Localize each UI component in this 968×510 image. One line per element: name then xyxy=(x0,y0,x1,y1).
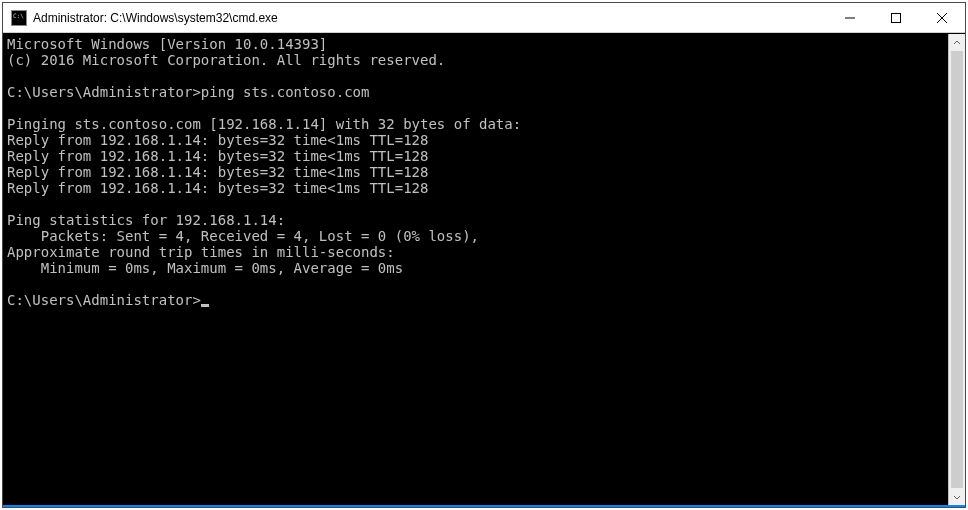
terminal-output[interactable]: Microsoft Windows [Version 10.0.14393](c… xyxy=(3,34,948,505)
terminal-line xyxy=(7,68,944,84)
terminal-line: Ping statistics for 192.168.1.14: xyxy=(7,212,944,228)
titlebar[interactable]: C:\ Administrator: C:\Windows\system32\c… xyxy=(3,3,965,33)
chevron-down-icon xyxy=(953,493,961,501)
minimize-icon xyxy=(845,13,855,23)
close-icon xyxy=(937,13,947,23)
svg-text:C:\: C:\ xyxy=(13,12,24,19)
terminal-prompt[interactable]: C:\Users\Administrator> xyxy=(7,292,944,308)
scrollbar-track[interactable] xyxy=(949,51,965,488)
terminal-line: Microsoft Windows [Version 10.0.14393] xyxy=(7,36,944,52)
terminal-line: Reply from 192.168.1.14: bytes=32 time<1… xyxy=(7,148,944,164)
terminal-line: (c) 2016 Microsoft Corporation. All righ… xyxy=(7,52,944,68)
scroll-up-button[interactable] xyxy=(949,34,965,51)
terminal-line: Reply from 192.168.1.14: bytes=32 time<1… xyxy=(7,180,944,196)
terminal-line: C:\Users\Administrator>ping sts.contoso.… xyxy=(7,84,944,100)
maximize-button[interactable] xyxy=(873,3,919,33)
minimize-button[interactable] xyxy=(827,3,873,33)
close-button[interactable] xyxy=(919,3,965,33)
cmd-window: C:\ Administrator: C:\Windows\system32\c… xyxy=(2,2,966,508)
terminal-line: Minimum = 0ms, Maximum = 0ms, Average = … xyxy=(7,260,944,276)
terminal-line: Pinging sts.contoso.com [192.168.1.14] w… xyxy=(7,116,944,132)
cursor xyxy=(201,304,209,307)
terminal-line: Approximate round trip times in milli-se… xyxy=(7,244,944,260)
window-title: Administrator: C:\Windows\system32\cmd.e… xyxy=(33,11,278,25)
svg-rect-4 xyxy=(892,13,901,22)
scrollbar-thumb[interactable] xyxy=(951,51,963,488)
chevron-up-icon xyxy=(953,39,961,47)
scroll-down-button[interactable] xyxy=(949,488,965,505)
cmd-icon: C:\ xyxy=(11,10,27,26)
prompt-text: C:\Users\Administrator> xyxy=(7,292,201,308)
client-area: Microsoft Windows [Version 10.0.14393](c… xyxy=(3,33,965,507)
terminal-line xyxy=(7,196,944,212)
terminal-line xyxy=(7,276,944,292)
terminal-line: Reply from 192.168.1.14: bytes=32 time<1… xyxy=(7,132,944,148)
terminal-line xyxy=(7,100,944,116)
maximize-icon xyxy=(891,13,901,23)
terminal-line: Packets: Sent = 4, Received = 4, Lost = … xyxy=(7,228,944,244)
vertical-scrollbar[interactable] xyxy=(948,34,965,505)
terminal-line: Reply from 192.168.1.14: bytes=32 time<1… xyxy=(7,164,944,180)
